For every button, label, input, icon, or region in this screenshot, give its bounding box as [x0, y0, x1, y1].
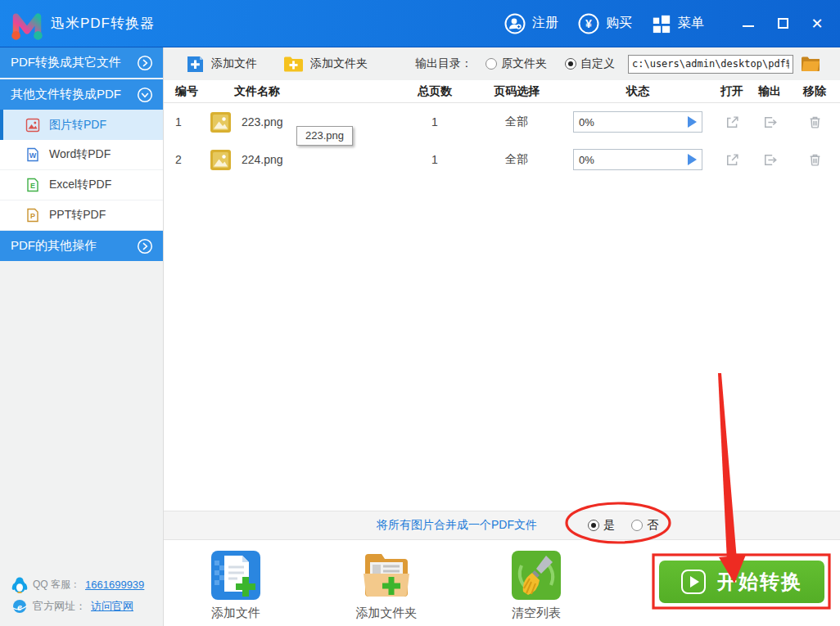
open-file-icon[interactable]	[725, 115, 739, 129]
file-name: 224.png	[242, 153, 283, 166]
sidebar-item-image-to-pdf[interactable]: 图片转PDF	[0, 110, 163, 140]
row-play-icon[interactable]	[688, 116, 697, 128]
qq-number-link[interactable]: 1661699939	[85, 579, 144, 591]
delete-row-icon[interactable]	[808, 115, 822, 129]
output-dir-label: 输出目录：	[415, 56, 472, 71]
sidebar-section-pdf-ops[interactable]: PDF的其他操作	[0, 231, 163, 261]
add-file-button[interactable]: 添加文件	[186, 55, 257, 74]
svg-text:P: P	[30, 212, 35, 220]
yen-coin-icon: ¥	[578, 13, 599, 34]
progress-bar: 0%	[573, 111, 702, 133]
register-label: 注册	[532, 15, 558, 32]
add-file-big-button[interactable]: 添加文件	[191, 549, 281, 621]
maximize-button[interactable]	[776, 17, 789, 30]
open-file-icon[interactable]	[725, 153, 739, 167]
add-folder-big-button[interactable]: 添加文件夹	[341, 549, 431, 621]
sidebar-item-ppt-to-pdf[interactable]: P PPT转PDF	[0, 200, 163, 231]
output-file-icon[interactable]	[763, 115, 777, 129]
col-status: 状态	[562, 84, 714, 99]
radio-original-circle[interactable]	[485, 58, 497, 70]
app-title: 迅米PDF转换器	[51, 14, 155, 33]
merge-no-circle[interactable]	[631, 520, 643, 531]
add-file-icon	[186, 55, 205, 74]
row-number: 1	[164, 115, 210, 128]
register-button[interactable]: 注册	[498, 8, 565, 39]
app-logo-icon	[8, 5, 46, 43]
progress-value: 0%	[579, 154, 594, 166]
start-play-icon	[681, 570, 706, 594]
radio-custom-label: 自定义	[580, 56, 615, 71]
bottom-action-bar: 添加文件 添加文件夹	[164, 540, 840, 624]
qq-label: QQ 客服：	[33, 578, 80, 592]
table-row[interactable]: 1 223.png 1 全部 0%	[164, 103, 840, 141]
close-button[interactable]: ✕	[811, 17, 824, 30]
file-list: 1 223.png 1 全部 0%	[164, 103, 840, 511]
clear-list-big-label: 清空列表	[512, 606, 561, 621]
col-pages: 总页数	[398, 84, 472, 99]
radio-custom-circle[interactable]	[565, 58, 576, 70]
browse-folder-icon[interactable]	[801, 56, 820, 72]
close-icon: ✕	[811, 17, 823, 30]
official-site-line: e 官方网址： 访问官网	[11, 598, 144, 615]
merge-yes-radio[interactable]: 是	[588, 518, 615, 533]
add-folder-big-label: 添加文件夹	[356, 606, 418, 621]
add-folder-button[interactable]: 添加文件夹	[283, 56, 368, 73]
col-name: 文件名称	[210, 84, 398, 99]
output-path-input[interactable]	[628, 55, 793, 74]
site-label: 官方网址：	[33, 599, 86, 614]
merge-no-radio[interactable]: 否	[631, 518, 658, 533]
menu-grid-icon	[652, 14, 671, 34]
output-file-icon[interactable]	[763, 153, 777, 167]
merge-label: 将所有图片合并成一个PDF文件	[377, 518, 537, 533]
page-select-value[interactable]: 全部	[472, 115, 562, 129]
sidebar-section-pdf-to-other[interactable]: PDF转换成其它文件	[0, 47, 163, 78]
sidebar-footer: QQ 客服： 1661699939 e 官方网址： 访问官网	[11, 576, 144, 615]
radio-original-label: 原文件夹	[501, 56, 547, 71]
titlebar: 迅米PDF转换器 注册 ¥ 购买	[0, 0, 840, 47]
start-convert-button[interactable]: 开始转换	[659, 561, 824, 603]
sidebar-item-label: Excel转PDF	[49, 178, 111, 192]
delete-row-icon[interactable]	[808, 153, 822, 167]
sidebar-item-word-to-pdf[interactable]: W Word转PDF	[0, 140, 163, 170]
svg-text:¥: ¥	[585, 17, 592, 30]
buy-button[interactable]: ¥ 购买	[571, 8, 639, 39]
merge-yes-circle[interactable]	[588, 520, 599, 531]
total-pages: 1	[398, 115, 472, 128]
add-file-big-icon	[210, 549, 262, 601]
clear-list-big-button[interactable]: 清空列表	[491, 549, 581, 621]
add-file-big-label: 添加文件	[211, 606, 260, 621]
add-folder-icon	[283, 56, 304, 73]
row-number: 2	[164, 153, 210, 166]
minimize-button[interactable]	[742, 17, 755, 30]
filename-tooltip: 223.png	[296, 126, 353, 146]
window-controls: ✕	[742, 17, 829, 30]
svg-text:W: W	[29, 151, 37, 160]
sidebar: PDF转换成其它文件 其他文件转换成PDF 图片转PDF	[0, 47, 164, 626]
sidebar-item-excel-to-pdf[interactable]: E Excel转PDF	[0, 170, 163, 200]
qq-support-line: QQ 客服： 1661699939	[11, 576, 144, 593]
sidebar-section-other-to-pdf[interactable]: 其他文件转换成PDF	[0, 79, 163, 110]
menu-label: 菜单	[678, 15, 704, 32]
row-play-icon[interactable]	[688, 154, 697, 165]
section-label: PDF转换成其它文件	[11, 55, 121, 70]
radio-original-folder[interactable]: 原文件夹	[485, 56, 547, 71]
sidebar-item-label: Word转PDF	[49, 147, 111, 162]
official-site-link[interactable]: 访问官网	[91, 599, 133, 614]
sidebar-item-label: PPT转PDF	[49, 208, 106, 223]
radio-custom-folder[interactable]: 自定义	[565, 56, 615, 71]
menu-button[interactable]: 菜单	[645, 9, 711, 38]
clear-list-big-icon	[510, 549, 562, 601]
col-page-select: 页码选择	[472, 84, 562, 99]
start-convert-label: 开始转换	[717, 569, 802, 595]
merge-no-label: 否	[647, 518, 658, 533]
ie-browser-icon: e	[11, 598, 28, 615]
add-folder-label: 添加文件夹	[310, 56, 368, 71]
svg-text:E: E	[30, 182, 35, 190]
file-name: 223.png	[242, 115, 283, 128]
progress-value: 0%	[579, 116, 594, 128]
png-thumbnail-icon	[210, 111, 232, 133]
main-panel: 添加文件 添加文件夹 输出目录： 原文件夹 自定义	[164, 47, 840, 626]
page-select-value[interactable]: 全部	[472, 152, 562, 167]
png-thumbnail-icon	[210, 149, 232, 171]
table-row[interactable]: 2 224.png 1 全部 0%	[164, 141, 840, 178]
